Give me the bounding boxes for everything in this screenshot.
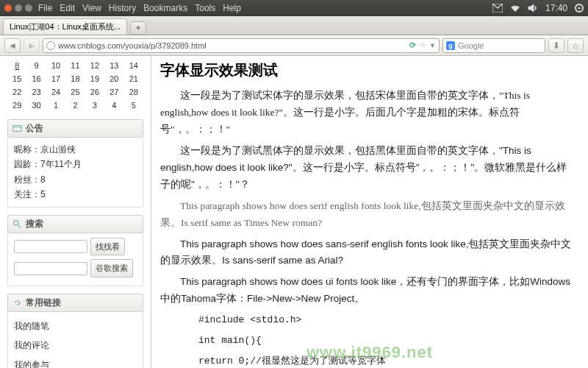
bookmark-icon[interactable]: ☆ xyxy=(419,40,426,50)
paragraph: This paragraph shows how does ui fonts l… xyxy=(160,274,576,308)
home-button[interactable]: ⌂ xyxy=(567,38,584,53)
address-bar[interactable]: www.cnblogs.com/youxia/p/3792089.html ⟳ … xyxy=(43,38,440,53)
svg-rect-2 xyxy=(13,125,21,131)
google-search-input[interactable] xyxy=(14,262,87,275)
gear-icon[interactable] xyxy=(575,4,584,13)
announce-icon xyxy=(12,124,22,133)
article-main: 字体显示效果测试 这一段是为了测试宋体字的显示效果，包括宋体里面自带的英文字体，… xyxy=(151,56,588,368)
profile-line: 粉丝：8 xyxy=(14,172,137,187)
svg-point-3 xyxy=(14,220,19,225)
page-content: 891011121314 15161718192021 222324252627… xyxy=(0,56,588,368)
panel-search-body: 找找看 谷歌搜索 xyxy=(7,233,143,286)
menu-file[interactable]: File xyxy=(38,3,52,13)
new-tab-button[interactable]: + xyxy=(130,21,146,35)
site-search-button[interactable]: 找找看 xyxy=(90,238,125,256)
search-placeholder: Google xyxy=(458,41,484,50)
window-controls[interactable] xyxy=(4,4,32,12)
menu-tools[interactable]: Tools xyxy=(195,3,215,13)
tab-bar: Linux江湖04：Linux桌面系统... + xyxy=(0,16,588,35)
volume-icon[interactable] xyxy=(528,4,538,13)
search-bar[interactable]: g Google xyxy=(442,38,545,53)
sidebar: 891011121314 15161718192021 222324252627… xyxy=(0,56,151,368)
code-line: return 0;//很显然这是为了测试等宽字体 xyxy=(198,353,576,368)
site-identity-icon xyxy=(46,41,55,50)
forward-button[interactable]: ► xyxy=(24,38,40,53)
link-item[interactable]: 我的评论 xyxy=(14,336,137,355)
system-topbar: File Edit View History Bookmarks Tools H… xyxy=(0,0,588,16)
profile-line: 昵称：京山游侠 xyxy=(14,142,137,157)
panel-announce-head: 公告 xyxy=(7,119,143,138)
url-toolbar: ◄ ► www.cnblogs.com/youxia/p/3792089.htm… xyxy=(0,35,588,56)
article-title: 字体显示效果测试 xyxy=(160,60,576,80)
menu-history[interactable]: History xyxy=(109,3,136,13)
calendar-widget[interactable]: 891011121314 15161718192021 222324252627… xyxy=(7,59,143,112)
app-menu: File Edit View History Bookmarks Tools H… xyxy=(38,3,241,13)
menu-help[interactable]: Help xyxy=(223,3,241,13)
back-button[interactable]: ◄ xyxy=(4,38,21,53)
profile-line: 园龄：7年11个月 xyxy=(14,157,137,171)
minimize-icon[interactable] xyxy=(15,4,22,12)
maximize-icon[interactable] xyxy=(25,4,32,12)
url-text: www.cnblogs.com/youxia/p/3792089.html xyxy=(58,41,406,50)
reload-icon[interactable]: ⟳ xyxy=(409,40,416,50)
paragraph: This paragraph shows how does sans-serif… xyxy=(160,236,576,270)
google-icon: g xyxy=(446,41,455,50)
menu-edit[interactable]: Edit xyxy=(60,3,75,13)
mail-icon[interactable] xyxy=(492,4,503,13)
search-icon xyxy=(12,219,22,229)
link-item[interactable]: 我的参与 xyxy=(14,355,137,368)
clock[interactable]: 17:40 xyxy=(545,3,567,13)
links-icon xyxy=(12,298,22,308)
link-item[interactable]: 我的随笔 xyxy=(14,316,137,336)
menu-bookmarks[interactable]: Bookmarks xyxy=(143,3,187,13)
panel-links-head: 常用链接 xyxy=(7,294,143,312)
menu-view[interactable]: View xyxy=(82,3,101,13)
panel-links-body: 我的随笔 我的评论 我的参与 最新评论 我的标签 更多链接 xyxy=(7,312,143,368)
network-icon[interactable] xyxy=(510,4,520,13)
profile-line: 关注：5 xyxy=(14,187,137,202)
paragraph: This paragraph shows how does serif engl… xyxy=(160,198,576,232)
google-search-button[interactable]: 谷歌搜索 xyxy=(90,259,133,277)
browser-tab[interactable]: Linux江湖04：Linux桌面系统... xyxy=(3,18,127,35)
panel-search-head: 搜索 xyxy=(7,215,143,233)
code-line: #include <stdio.h> xyxy=(198,312,576,328)
downloads-button[interactable]: ⬇ xyxy=(548,38,564,53)
site-search-input[interactable] xyxy=(14,240,87,253)
close-icon[interactable] xyxy=(4,4,12,12)
tab-title: Linux江湖04：Linux桌面系统... xyxy=(10,21,121,32)
code-line: int main(){ xyxy=(198,333,576,349)
url-dropdown-icon[interactable]: ▼ xyxy=(429,42,436,49)
svg-point-1 xyxy=(578,7,581,10)
paragraph: 这一段是为了测试黑体字的显示效果，包括黑体里面自带的英文字体，"This is … xyxy=(160,143,576,194)
panel-announce-body: 昵称：京山游侠 园龄：7年11个月 粉丝：8 关注：5 xyxy=(7,138,143,208)
paragraph: 这一段是为了测试宋体字的显示效果，包括宋体里面自带的英文字体，"This is … xyxy=(160,88,576,138)
